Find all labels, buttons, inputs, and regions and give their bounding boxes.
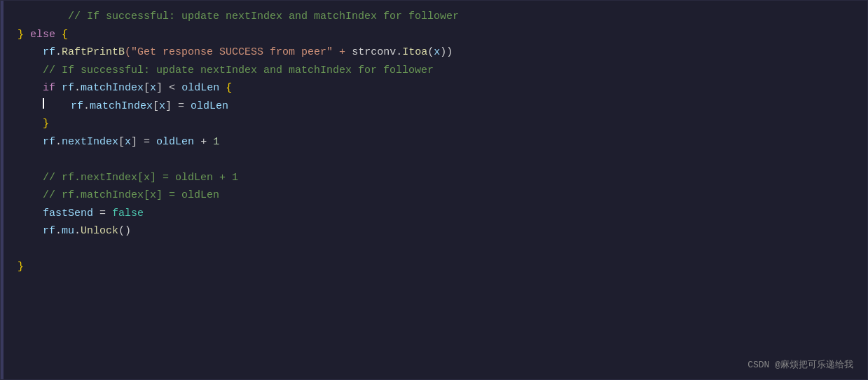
code-line: } else { bbox=[18, 26, 853, 44]
code-line: if rf.matchIndex[x] < oldLen { bbox=[18, 79, 853, 97]
code-area: // If successful: update nextIndex and m… bbox=[1, 1, 867, 379]
code-line bbox=[18, 151, 853, 169]
code-line: fastSend = false bbox=[18, 205, 853, 223]
code-line: } bbox=[18, 115, 853, 133]
code-line bbox=[18, 240, 853, 259]
code-line: // If successful: update nextIndex and m… bbox=[18, 8, 853, 26]
code-line: rf.nextIndex[x] = oldLen + 1 bbox=[18, 133, 853, 151]
code-line: // rf.nextIndex[x] = oldLen + 1 bbox=[18, 169, 853, 187]
code-line: rf.mu.Unlock() bbox=[18, 222, 853, 240]
cursor bbox=[43, 98, 44, 109]
code-editor: // If successful: update nextIndex and m… bbox=[0, 0, 868, 380]
code-line: } bbox=[18, 258, 853, 276]
code-line: rf.RaftPrintB("Get response SUCCESS from… bbox=[18, 43, 853, 62]
watermark: CSDN @麻烦把可乐递给我 bbox=[748, 358, 853, 371]
code-line: // rf.matchIndex[x] = oldLen bbox=[18, 186, 853, 205]
code-line: rf.matchIndex[x] = oldLen bbox=[18, 97, 853, 116]
code-line: // If successful: update nextIndex and m… bbox=[18, 62, 853, 80]
